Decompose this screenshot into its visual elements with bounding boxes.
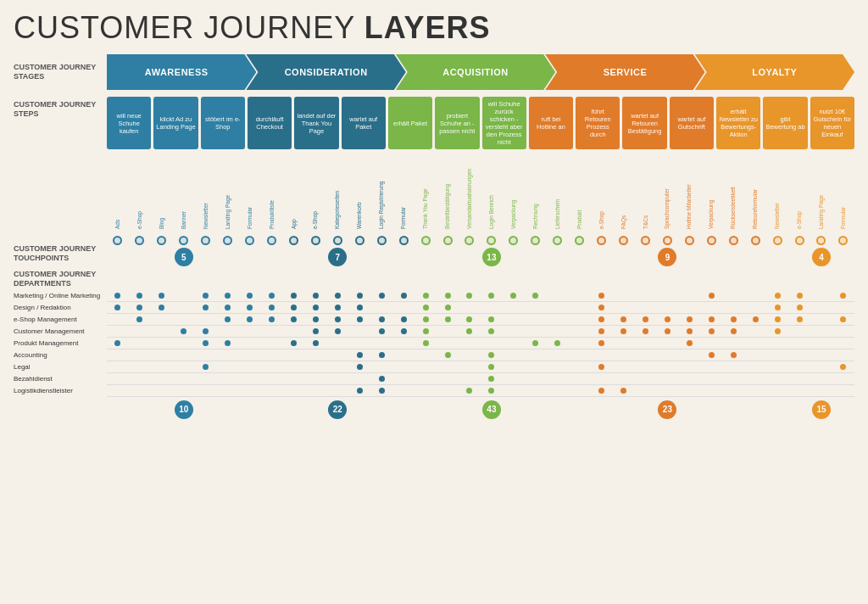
dept-dot-cell-6-5 xyxy=(217,361,239,372)
dept-dot-cell-5-1 xyxy=(129,349,151,361)
dept-dot-cell-5-2 xyxy=(151,349,173,361)
dept-dot-0-4 xyxy=(203,293,209,299)
dept-dot-cell-5-27 xyxy=(700,349,722,361)
dept-dot-cell-4-9 xyxy=(304,337,326,349)
dept-dot-cell-2-4 xyxy=(195,313,217,325)
dept-dot-cell-0-14 xyxy=(415,289,437,301)
dept-dot-cell-4-23 xyxy=(613,337,635,349)
dept-dot-cell-2-7 xyxy=(261,313,283,325)
tp-dot-15 xyxy=(443,236,453,245)
tp-dot-29 xyxy=(751,236,760,245)
tp-count-cell-25: 9 xyxy=(656,248,678,266)
dept-dot-cell-0-13 xyxy=(392,289,415,301)
dept-dot-2-16 xyxy=(466,316,472,322)
dept-dot-cell-2-24 xyxy=(635,313,657,325)
tp-name-25: Sprachcomputer xyxy=(656,158,678,232)
dept-dot-cell-4-32 xyxy=(810,337,832,349)
dept-row-7: Bezahldienst xyxy=(14,373,854,385)
dept-dots-8 xyxy=(107,384,854,397)
dept-dot-cell-6-15 xyxy=(437,361,459,372)
dept-dot-cell-4-5 xyxy=(217,337,239,349)
dept-dot-cell-1-8 xyxy=(283,301,305,313)
dept-name-2: e-Shop Management xyxy=(14,316,107,323)
dept-dots-6 xyxy=(107,361,854,373)
dept-dot-cell-1-25 xyxy=(656,301,678,313)
dept-dot-cell-5-31 xyxy=(788,349,810,361)
dept-dot-cell-4-22 xyxy=(591,337,613,349)
tp-name-13: Formular xyxy=(392,158,415,232)
dept-name-1: Design / Redaktion xyxy=(14,304,107,311)
tp-name-20: Lieferschein xyxy=(547,158,569,232)
dept-dot-3-23 xyxy=(620,328,626,334)
tp-name-22: e-Shop xyxy=(591,158,613,232)
dept-dot-cell-8-7 xyxy=(261,384,283,396)
dept-dot-2-9 xyxy=(313,316,319,322)
dept-row-8: Logistikdienstleister xyxy=(14,385,854,397)
dept-dot-6-33 xyxy=(840,364,846,370)
stages-label: CUSTOMER JOURNEYSTAGES xyxy=(14,63,107,81)
dept-dot-cell-1-23 xyxy=(613,301,635,313)
dept-dot-cell-3-18 xyxy=(503,325,525,337)
dept-dot-cell-5-33 xyxy=(832,349,854,361)
dept-dots-1 xyxy=(107,301,854,314)
dept-dot-cell-0-33 xyxy=(832,289,854,301)
dept-dot-cell-6-2 xyxy=(151,361,173,372)
dept-row-3: Customer Management xyxy=(14,326,854,338)
dept-dot-cell-7-29 xyxy=(744,372,766,384)
dept-dot-cell-8-13 xyxy=(392,384,415,396)
dept-row-6: Legal xyxy=(14,361,854,373)
dept-dot-0-8 xyxy=(291,293,297,299)
dept-dot-cell-3-13 xyxy=(392,325,415,337)
dept-dot-cell-2-0 xyxy=(107,313,129,325)
tp-name-26: Hotline Mitarbeiter xyxy=(678,158,700,232)
dept-dot-cell-0-8 xyxy=(283,289,305,301)
dept-dot-cell-8-33 xyxy=(832,384,854,396)
dept-dot-cell-4-33 xyxy=(832,337,854,349)
tp-dot-cell-22 xyxy=(591,232,613,248)
dept-dot-cell-4-6 xyxy=(239,337,261,349)
dept-name-4: Produkt Management xyxy=(14,339,107,347)
touchpoints-label-text: CUSTOMER JOURNEYTOUCHPOINTS xyxy=(14,244,107,263)
step-box-14: gibt Bewertung ab xyxy=(763,97,807,149)
dept-dot-cell-7-6 xyxy=(239,372,261,384)
dept-dot-cell-0-7 xyxy=(261,289,283,301)
tp-name-7: Produktliste xyxy=(261,158,283,232)
dept-dot-3-14 xyxy=(423,328,429,334)
tp-count-badge-10: 7 xyxy=(328,248,347,266)
dept-dot-cell-7-24 xyxy=(635,372,657,384)
dept-dot-0-12 xyxy=(379,293,385,299)
dept-dot-cell-0-30 xyxy=(766,289,788,301)
tp-dot-cell-9 xyxy=(304,232,326,248)
tp-dot-cell-27 xyxy=(700,232,722,248)
dept-dot-cell-1-30 xyxy=(766,301,788,313)
dept-dot-3-25 xyxy=(665,328,670,334)
dept-dot-cell-2-15 xyxy=(437,313,459,325)
dept-dot-cell-5-3 xyxy=(173,349,195,361)
page-title: CUSTOMER JOURNEY LAYERS xyxy=(14,10,854,46)
dept-dot-cell-1-11 xyxy=(348,301,370,313)
dept-dot-cell-0-18 xyxy=(503,289,525,301)
dept-dot-cell-1-33 xyxy=(832,301,854,313)
dept-dot-cell-6-3 xyxy=(173,361,195,372)
dept-dot-cell-4-24 xyxy=(635,337,657,349)
dept-dot-cell-3-22 xyxy=(591,325,613,337)
dept-dot-cell-1-29 xyxy=(744,301,766,313)
tp-dot-18 xyxy=(509,236,518,245)
dept-dot-3-22 xyxy=(598,328,604,334)
tp-dot-cell-26 xyxy=(678,232,700,248)
tp-dots-row xyxy=(107,232,854,248)
dept-dot-cell-0-25 xyxy=(656,289,678,301)
tp-dot-28 xyxy=(729,236,738,245)
dept-dot-2-6 xyxy=(247,316,253,322)
dept-dot-cell-4-13 xyxy=(392,337,415,349)
dept-dots-4 xyxy=(107,337,854,350)
dept-dot-cell-8-28 xyxy=(722,384,744,396)
dept-dot-7-17 xyxy=(488,376,494,382)
dept-dot-cell-8-4 xyxy=(195,384,217,396)
tp-dot-cell-6 xyxy=(239,232,261,248)
dept-dot-cell-1-7 xyxy=(261,301,283,313)
dept-dot-cell-0-29 xyxy=(744,289,766,301)
dept-dot-cell-2-28 xyxy=(722,313,744,325)
dept-dot-cell-8-26 xyxy=(678,384,700,396)
tp-dot-4 xyxy=(201,236,210,245)
